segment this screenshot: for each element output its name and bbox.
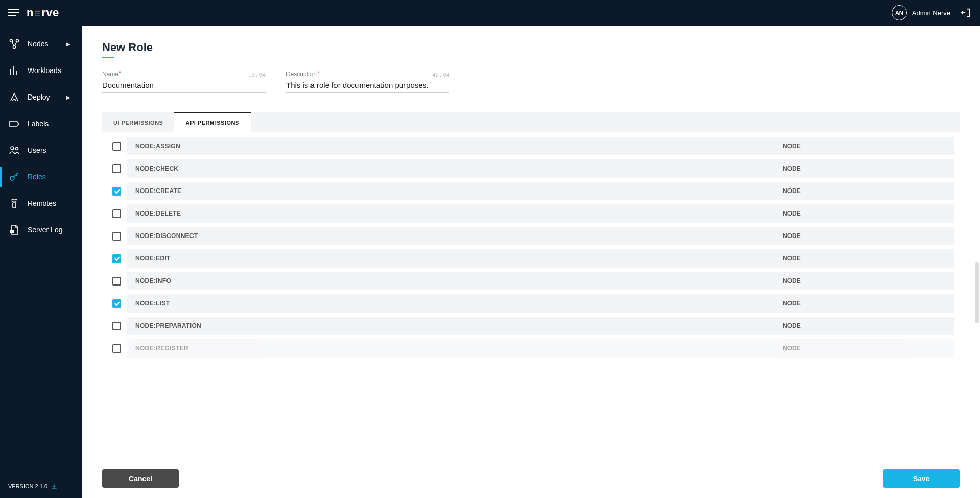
save-button[interactable]: Save <box>883 469 960 488</box>
permission-name: NODE:LIST <box>135 300 170 307</box>
svg-point-2 <box>13 46 16 49</box>
permission-category: NODE <box>783 143 946 150</box>
app-logo: n≡rve <box>27 6 59 19</box>
permission-category: NODE <box>783 210 946 217</box>
svg-point-1 <box>16 40 19 42</box>
sidebar-item-label: Nodes <box>28 40 48 48</box>
main-content: New Role Name* 13 / 64 Description* 42 /… <box>82 26 980 498</box>
sidebar-item-roles[interactable]: Roles <box>0 163 82 190</box>
permission-checkbox[interactable] <box>112 277 121 286</box>
menu-toggle-icon[interactable] <box>8 7 19 18</box>
sidebar-item-label: Labels <box>28 120 49 128</box>
sidebar-item-nodes[interactable]: Nodes▶ <box>0 31 82 57</box>
permission-category: NODE <box>783 300 946 307</box>
svg-point-0 <box>10 40 13 42</box>
cancel-button[interactable]: Cancel <box>102 469 179 488</box>
permission-category: NODE <box>783 165 946 172</box>
sidebar-item-deploy[interactable]: Deploy▶ <box>0 84 82 110</box>
permission-checkbox[interactable] <box>112 254 121 263</box>
permission-row: NODE:LIST NODE <box>102 292 960 315</box>
permission-checkbox[interactable] <box>112 142 121 151</box>
avatar[interactable]: AN <box>892 5 907 20</box>
permission-name: NODE:ASSIGN <box>135 143 180 150</box>
permission-category: NODE <box>783 255 946 262</box>
labels-icon <box>8 117 20 130</box>
sidebar-item-label: Workloads <box>28 66 61 75</box>
permissions-tabs: UI PERMISSIONSAPI PERMISSIONS <box>102 112 960 132</box>
name-counter: 13 / 64 <box>248 72 266 78</box>
sidebar-item-remotes[interactable]: Remotes <box>0 190 82 217</box>
tab-api-permissions[interactable]: API PERMISSIONS <box>174 112 250 132</box>
permission-checkbox[interactable] <box>112 187 121 196</box>
chevron-right-icon: ▶ <box>66 94 70 100</box>
sidebar: Nodes▶WorkloadsDeploy▶LabelsUsersRolesRe… <box>0 26 82 498</box>
svg-point-3 <box>11 147 14 150</box>
sidebar-item-label: Users <box>28 146 46 154</box>
logout-icon[interactable] <box>961 7 972 18</box>
permission-checkbox[interactable] <box>112 322 121 330</box>
permission-row: NODE:DELETE NODE <box>102 202 960 225</box>
sidebar-item-label: Roles <box>28 173 46 181</box>
permission-name: NODE:CHECK <box>135 165 178 172</box>
sidebar-item-workloads[interactable]: Workloads <box>0 57 82 84</box>
svg-point-5 <box>10 176 14 180</box>
sidebar-item-label: Server Log <box>28 226 62 234</box>
permission-name: NODE:CREATE <box>135 187 181 195</box>
sidebar-item-users[interactable]: Users <box>0 137 82 163</box>
tab-ui-permissions[interactable]: UI PERMISSIONS <box>102 112 174 132</box>
version-label: VERSION 2.1.0 <box>0 475 82 498</box>
permission-category: NODE <box>783 345 946 352</box>
permission-name: NODE:EDIT <box>135 255 171 262</box>
permission-category: NODE <box>783 277 946 284</box>
permission-checkbox[interactable] <box>112 164 121 173</box>
permission-checkbox[interactable] <box>112 344 121 353</box>
permission-row: NODE:DISCONNECT NODE <box>102 225 960 247</box>
permission-checkbox[interactable] <box>112 209 121 218</box>
server-log-icon <box>8 224 20 236</box>
permissions-list[interactable]: NODE:ASSIGN NODE NODE:CHECK NODE NODE:CR… <box>102 132 960 461</box>
permission-row: NODE:CHECK NODE <box>102 157 960 180</box>
users-icon <box>8 144 20 156</box>
permission-category: NODE <box>783 232 946 240</box>
sidebar-item-label: Deploy <box>28 93 50 101</box>
description-label: Description* <box>286 70 449 78</box>
nodes-icon <box>8 38 20 50</box>
permission-checkbox[interactable] <box>112 232 121 241</box>
permission-row: NODE:REGISTER NODE <box>102 337 960 360</box>
permission-row: NODE:EDIT NODE <box>102 247 960 270</box>
svg-point-4 <box>16 148 18 150</box>
svg-rect-7 <box>10 230 14 233</box>
permission-row: NODE:PREPARATION NODE <box>102 315 960 337</box>
permission-name: NODE:DISCONNECT <box>135 232 198 240</box>
roles-icon <box>8 171 20 183</box>
remotes-icon <box>8 197 20 209</box>
download-icon[interactable] <box>51 483 58 490</box>
description-counter: 42 / 64 <box>432 72 449 78</box>
permission-category: NODE <box>783 322 946 329</box>
permission-name: NODE:REGISTER <box>135 345 188 352</box>
top-bar: n≡rve AN Admin Nerve <box>0 0 980 26</box>
permission-category: NODE <box>783 187 946 195</box>
permission-checkbox[interactable] <box>112 299 121 308</box>
permission-name: NODE:INFO <box>135 277 171 284</box>
permission-row: NODE:ASSIGN NODE <box>102 135 960 157</box>
page-title: New Role <box>102 41 960 56</box>
permission-name: NODE:PREPARATION <box>135 322 201 329</box>
username-label: Admin Nerve <box>912 9 950 17</box>
chevron-right-icon: ▶ <box>66 41 70 47</box>
name-input[interactable] <box>102 79 266 93</box>
sidebar-item-labels[interactable]: Labels <box>0 110 82 137</box>
permission-name: NODE:DELETE <box>135 210 181 217</box>
deploy-icon <box>8 91 20 103</box>
permission-row: NODE:CREATE NODE <box>102 180 960 202</box>
sidebar-item-server-log[interactable]: Server Log <box>0 217 82 243</box>
scrollbar[interactable] <box>975 262 979 323</box>
name-label: Name* <box>102 70 266 78</box>
workloads-icon <box>8 64 20 77</box>
svg-rect-6 <box>13 203 16 208</box>
permission-row: NODE:INFO NODE <box>102 270 960 292</box>
sidebar-item-label: Remotes <box>28 199 56 207</box>
description-input[interactable] <box>286 79 449 93</box>
